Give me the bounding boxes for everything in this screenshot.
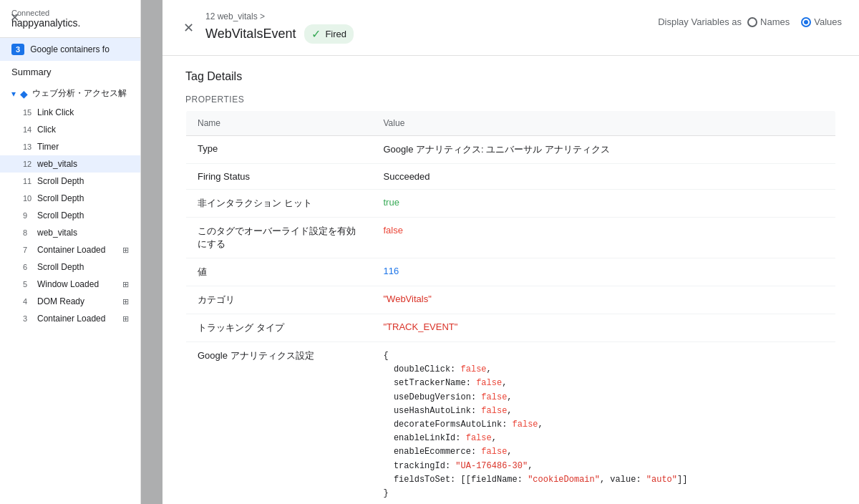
nav-item-number: 13 bbox=[23, 142, 37, 151]
nav-diamond-icon: ◆ bbox=[20, 88, 28, 100]
nav-item[interactable]: 14 Click bbox=[0, 121, 140, 138]
nav-item-label: DOM Ready bbox=[37, 296, 120, 306]
nav-item-number: 11 bbox=[23, 177, 37, 185]
container-text: Google containers fo bbox=[30, 44, 110, 54]
nav-item-number: 10 bbox=[23, 194, 37, 203]
table-cell-name: このタグでオーバーライド設定を有効にする bbox=[186, 218, 372, 258]
summary-section: Summary bbox=[0, 61, 140, 80]
table-cell-value: { doubleClick: false, setTrackerName: fa… bbox=[372, 342, 836, 505]
detail-title: WebVitalsEvent bbox=[205, 26, 296, 42]
detail-panel: ✕ 12 web_vitals > WebVitalsEvent ✓ Fired… bbox=[141, 0, 859, 504]
sidebar-close-button[interactable]: ✕ bbox=[7, 10, 21, 24]
nav-item[interactable]: 8 web_vitals bbox=[0, 224, 140, 241]
nav-item[interactable]: 3 Container Loaded ⊞ bbox=[0, 310, 140, 327]
table-cell-value: Google アナリティクス: ユニバーサル アナリティクス bbox=[372, 136, 836, 164]
nav-item-label: Link Click bbox=[37, 107, 129, 117]
nav-category-label: ウェブ分析・アクセス解 bbox=[32, 87, 127, 100]
summary-label: Summary bbox=[11, 67, 52, 77]
nav-item-number: 3 bbox=[23, 314, 37, 323]
detail-header: ✕ 12 web_vitals > WebVitalsEvent ✓ Fired… bbox=[162, 0, 859, 56]
nav-item-label: Scroll Depth bbox=[37, 210, 129, 220]
fired-label: Fired bbox=[325, 29, 346, 39]
table-row: Firing StatusSucceeded bbox=[186, 164, 836, 190]
nav-item-label: Scroll Depth bbox=[37, 193, 129, 203]
nav-item-number: 4 bbox=[23, 297, 37, 306]
table-cell-value: Succeeded bbox=[372, 164, 836, 190]
connected-label: Connected bbox=[11, 9, 81, 17]
detail-content: Tag Details Properties Name Value TypeGo… bbox=[162, 56, 859, 504]
nav-item-number: 8 bbox=[23, 228, 37, 237]
table-cell-name: 値 bbox=[186, 258, 372, 286]
nav-item[interactable]: 4 DOM Ready ⊞ bbox=[0, 293, 140, 310]
nav-item-icon: ⊞ bbox=[122, 280, 129, 289]
nav-item-number: 12 bbox=[23, 160, 37, 168]
container-label: 3 Google containers fo bbox=[0, 38, 140, 61]
nav-item-number: 5 bbox=[23, 280, 37, 289]
table-cell-value: "WebVitals" bbox=[372, 286, 836, 314]
nav-item-label: Container Loaded bbox=[37, 314, 120, 324]
nav-item-label: Window Loaded bbox=[37, 279, 120, 289]
table-cell-name: カテゴリ bbox=[186, 286, 372, 314]
nav-item-label: Scroll Depth bbox=[37, 176, 129, 186]
detail-inner: ✕ 12 web_vitals > WebVitalsEvent ✓ Fired… bbox=[162, 0, 859, 504]
radio-values[interactable]: Values bbox=[801, 16, 842, 27]
table-cell-value: 116 bbox=[372, 258, 836, 286]
nav-item-label: web_vitals bbox=[37, 159, 129, 169]
table-row: このタグでオーバーライド設定を有効にするfalse bbox=[186, 218, 836, 258]
table-row: カテゴリ"WebVitals" bbox=[186, 286, 836, 314]
nav-item[interactable]: 13 Timer bbox=[0, 138, 140, 155]
nav-category[interactable]: ▾ ◆ ウェブ分析・アクセス解 bbox=[0, 83, 140, 104]
display-vars-row: Display Variables as Names Values bbox=[658, 16, 842, 27]
nav-item-label: Click bbox=[37, 125, 129, 135]
radio-names-circle bbox=[747, 17, 757, 27]
nav-item-label: Scroll Depth bbox=[37, 262, 129, 272]
nav-item[interactable]: 11 Scroll Depth bbox=[0, 173, 140, 190]
radio-group: Names Values bbox=[747, 16, 842, 27]
table-cell-name: Firing Status bbox=[186, 164, 372, 190]
fired-check-icon: ✓ bbox=[311, 27, 321, 41]
section-title-tag: Tag Details bbox=[185, 70, 836, 83]
table-cell-name: トラッキング タイプ bbox=[186, 314, 372, 342]
nav-item-label: Timer bbox=[37, 142, 129, 152]
nav-item-number: 14 bbox=[23, 125, 37, 134]
col-name-header: Name bbox=[186, 111, 372, 136]
nav-tree: ▾ ◆ ウェブ分析・アクセス解 15 Link Click 14 Click 1… bbox=[0, 80, 140, 504]
table-cell-name: Type bbox=[186, 136, 372, 164]
nav-item[interactable]: 10 Scroll Depth bbox=[0, 190, 140, 207]
nav-item-number: 9 bbox=[23, 211, 37, 220]
nav-item-icon: ⊞ bbox=[122, 314, 129, 324]
col-value-header: Value bbox=[372, 111, 836, 136]
table-row: 非インタラクション ヒットtrue bbox=[186, 190, 836, 218]
table-cell-value: false bbox=[372, 218, 836, 258]
nav-item[interactable]: 6 Scroll Depth bbox=[0, 258, 140, 276]
table-cell-name: Google アナリティクス設定 bbox=[186, 342, 372, 505]
table-row: TypeGoogle アナリティクス: ユニバーサル アナリティクス bbox=[186, 136, 836, 164]
table-cell-value: true bbox=[372, 190, 836, 218]
radio-values-dot bbox=[804, 20, 808, 24]
fired-badge: ✓ Fired bbox=[304, 24, 354, 44]
table-row: Google アナリティクス設定{ doubleClick: false, se… bbox=[186, 342, 836, 505]
nav-item-label: web_vitals bbox=[37, 228, 129, 238]
nav-item-icon: ⊞ bbox=[122, 246, 129, 255]
radio-names[interactable]: Names bbox=[747, 16, 790, 27]
breadcrumb: 12 web_vitals > bbox=[205, 11, 649, 21]
table-cell-value: "TRACK_EVENT" bbox=[372, 314, 836, 342]
nav-item-number: 15 bbox=[23, 108, 37, 117]
nav-item[interactable]: 7 Container Loaded ⊞ bbox=[0, 241, 140, 258]
nav-arrow-icon: ▾ bbox=[11, 89, 16, 99]
nav-item[interactable]: 9 Scroll Depth bbox=[0, 207, 140, 224]
radio-values-circle bbox=[801, 17, 811, 27]
container-badge: 3 bbox=[11, 44, 24, 55]
table-row: 値116 bbox=[186, 258, 836, 286]
display-vars-label: Display Variables as bbox=[658, 16, 742, 27]
main-area: ✕ 12 web_vitals > WebVitalsEvent ✓ Fired… bbox=[141, 0, 859, 504]
nav-item-number: 6 bbox=[23, 263, 37, 271]
site-name: happyanalytics. bbox=[11, 17, 81, 29]
nav-item[interactable]: 12 web_vitals bbox=[0, 155, 140, 173]
detail-close-button[interactable]: ✕ bbox=[180, 19, 197, 37]
radio-values-label: Values bbox=[814, 16, 842, 27]
sidebar: ✕ Connected happyanalytics. 3 Google con… bbox=[0, 0, 141, 504]
nav-item[interactable]: 5 Window Loaded ⊞ bbox=[0, 276, 140, 293]
nav-item[interactable]: 15 Link Click bbox=[0, 104, 140, 121]
table-row: トラッキング タイプ"TRACK_EVENT" bbox=[186, 314, 836, 342]
